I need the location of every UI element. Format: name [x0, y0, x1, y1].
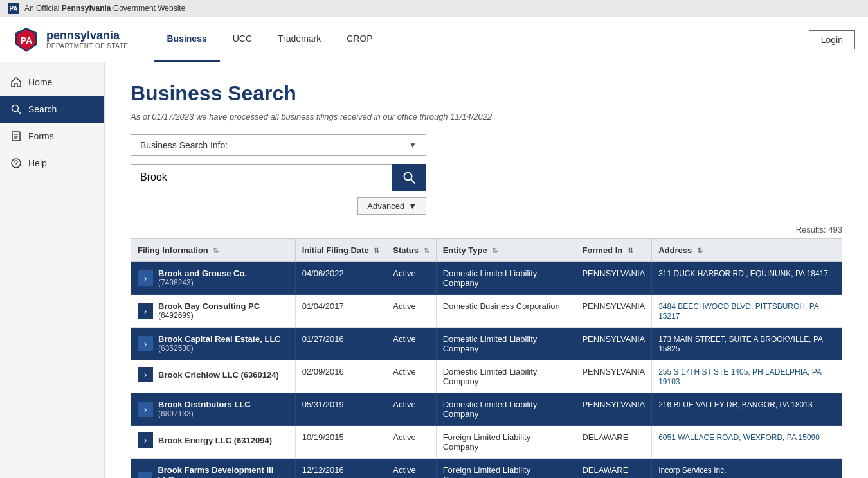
- address-link[interactable]: 173 MAIN STREET, SUITE A BROOKVILLE, PA …: [658, 335, 822, 353]
- sidebar-item-home[interactable]: Home: [0, 69, 104, 96]
- formed-in-cell: DELAWARE: [575, 426, 652, 459]
- col-formed-in[interactable]: Formed In ⇅: [575, 239, 652, 262]
- sort-icon-date: ⇅: [374, 247, 379, 255]
- address-cell: 216 BLUE VALLEY DR, BANGOR, PA 18013: [652, 393, 842, 426]
- as-of-text: As of 01/17/2023 we have processed all b…: [131, 112, 516, 121]
- col-initial-filing-date[interactable]: Initial Filing Date ⇅: [295, 239, 386, 262]
- filing-name: Brook Crichlow LLC (6360124): [158, 370, 279, 380]
- nav-tabs: Business UCC Trademark CROP: [154, 17, 808, 62]
- row-expand-button[interactable]: ›: [138, 336, 153, 351]
- tab-crop[interactable]: CROP: [334, 17, 385, 62]
- row-expand-button[interactable]: ›: [138, 303, 153, 319]
- sidebar: Home Search Forms: [0, 62, 105, 478]
- filing-info-cell: ›Brook Farms Development III LLC(6485411…: [131, 459, 296, 479]
- search-row: [131, 164, 426, 191]
- sidebar-item-search[interactable]: Search: [0, 96, 104, 123]
- sort-icon-filing: ⇅: [213, 247, 219, 255]
- filing-info-cell: ›Brook Energy LLC (6312094): [131, 426, 296, 459]
- table-header: Filing Information ⇅ Initial Filing Date…: [131, 239, 842, 262]
- tab-business[interactable]: Business: [154, 17, 219, 62]
- results-table: Filing Information ⇅ Initial Filing Date…: [131, 238, 842, 478]
- address-link[interactable]: 216 BLUE VALLEY DR, BANGOR, PA 18013: [658, 400, 812, 409]
- formed-in-cell: PENNSYLVANIA: [575, 295, 652, 328]
- filing-id: (7498243): [158, 278, 247, 287]
- svg-point-12: [404, 173, 412, 181]
- search-type-dropdown[interactable]: Business Search Info: ▼: [131, 134, 426, 156]
- address-cell: 173 MAIN STREET, SUITE A BROOKVILLE, PA …: [652, 328, 842, 360]
- tab-ucc[interactable]: UCC: [220, 17, 265, 62]
- entity-type-cell: Domestic Business Corporation: [436, 295, 575, 328]
- chevron-down-icon: ▼: [409, 141, 417, 150]
- search-button[interactable]: [392, 164, 426, 191]
- top-bar: PA An Official Pennsylvania Government W…: [0, 0, 868, 17]
- pa-state-icon: PA: [8, 3, 19, 14]
- initial-filing-date-cell: 02/09/2016: [295, 360, 386, 393]
- table-row: ›Brook Crichlow LLC (6360124)02/09/2016A…: [131, 360, 842, 393]
- initial-filing-date-cell: 04/06/2022: [295, 262, 386, 295]
- row-expand-button[interactable]: ›: [138, 367, 153, 382]
- filing-name: Brook and Grouse Co.: [158, 269, 247, 278]
- table-row: ›Brook Capital Real Estate, LLC(6352530)…: [131, 328, 842, 360]
- sidebar-label-forms: Forms: [28, 131, 54, 141]
- row-expand-button[interactable]: ›: [138, 402, 153, 417]
- col-filing-info[interactable]: Filing Information ⇅: [131, 239, 296, 262]
- formed-in-cell: PENNSYLVANIA: [575, 393, 652, 426]
- pa-logo-icon: PA: [13, 26, 40, 53]
- results-count: Results: 493: [131, 225, 842, 235]
- address-link[interactable]: 255 S 17TH ST STE 1405, PHILADELPHIA, PA…: [658, 367, 821, 386]
- row-expand-button[interactable]: ›: [138, 432, 153, 448]
- initial-filing-date-cell: 01/27/2016: [295, 328, 386, 360]
- filing-info-cell: ›Brook Distributors LLC(6897133): [131, 393, 296, 426]
- status-cell: Active: [386, 459, 436, 479]
- initial-filing-date-cell: 01/04/2017: [295, 295, 386, 328]
- logo-name: pennsylvania: [46, 30, 128, 42]
- initial-filing-date-cell: 10/19/2015: [295, 426, 386, 459]
- search-button-icon: [402, 171, 415, 184]
- svg-line-5: [18, 111, 21, 114]
- sidebar-item-help[interactable]: Help: [0, 150, 104, 177]
- entity-type-cell: Domestic Limited Liability Company: [436, 262, 575, 295]
- table-row: ›Brook Farms Development III LLC(6485411…: [131, 459, 842, 479]
- header: PA pennsylvania DEPARTMENT OF STATE Busi…: [0, 17, 868, 62]
- advanced-label: Advanced: [367, 201, 404, 211]
- entity-type-cell: Domestic Limited Liability Company: [436, 393, 575, 426]
- formed-in-cell: PENNSYLVANIA: [575, 360, 652, 393]
- address-link[interactable]: 3484 BEECHWOOD BLVD, PITTSBURGH, PA 1521…: [658, 302, 818, 321]
- search-input[interactable]: [131, 164, 392, 190]
- initial-filing-date-cell: 12/12/2016: [295, 459, 386, 479]
- login-button[interactable]: Login: [809, 30, 855, 49]
- filing-name: Brook Farms Development III LLC: [158, 465, 288, 478]
- page-title: Business Search: [131, 82, 842, 105]
- svg-point-4: [12, 105, 19, 112]
- col-address[interactable]: Address ⇅: [652, 239, 842, 262]
- filing-info-cell: ›Brook Capital Real Estate, LLC(6352530): [131, 328, 296, 360]
- address-link[interactable]: 311 DUCK HARBOR RD., EQUINUNK, PA 18417: [658, 269, 828, 278]
- address-link[interactable]: 6051 WALLACE ROAD, WEXFORD, PA 15090: [658, 433, 820, 442]
- col-status[interactable]: Status ⇅: [386, 239, 436, 262]
- filing-info-cell: ›Brook Crichlow LLC (6360124): [131, 360, 296, 393]
- results-table-wrapper: Filing Information ⇅ Initial Filing Date…: [131, 238, 842, 478]
- address-cell: Incorp Services Inc.: [652, 459, 842, 479]
- col-entity-type[interactable]: Entity Type ⇅: [436, 239, 575, 262]
- status-cell: Active: [386, 426, 436, 459]
- sidebar-label-home: Home: [28, 77, 52, 87]
- status-cell: Active: [386, 360, 436, 393]
- main-content: Business Search As of 01/17/2023 we have…: [105, 62, 868, 478]
- sidebar-item-forms[interactable]: Forms: [0, 123, 104, 150]
- sort-icon-address: ⇅: [697, 247, 703, 255]
- address-link[interactable]: Incorp Services Inc.: [658, 466, 726, 475]
- row-expand-button[interactable]: ›: [138, 270, 153, 286]
- logo: PA pennsylvania DEPARTMENT OF STATE: [13, 26, 128, 53]
- advanced-row: Advanced ▼: [131, 197, 426, 215]
- row-expand-button[interactable]: ›: [138, 472, 152, 478]
- official-text: An Official Pennsylvania Government Webs…: [24, 4, 185, 13]
- status-cell: Active: [386, 262, 436, 295]
- advanced-button[interactable]: Advanced ▼: [357, 197, 426, 215]
- filing-name: Brook Capital Real Estate, LLC: [158, 334, 281, 344]
- tab-trademark[interactable]: Trademark: [265, 17, 334, 62]
- status-cell: Active: [386, 328, 436, 360]
- filing-id: (6492699): [158, 311, 260, 320]
- logo-dept: DEPARTMENT OF STATE: [46, 42, 128, 49]
- help-icon: [10, 157, 22, 169]
- table-row: ›Brook Distributors LLC(6897133)05/31/20…: [131, 393, 842, 426]
